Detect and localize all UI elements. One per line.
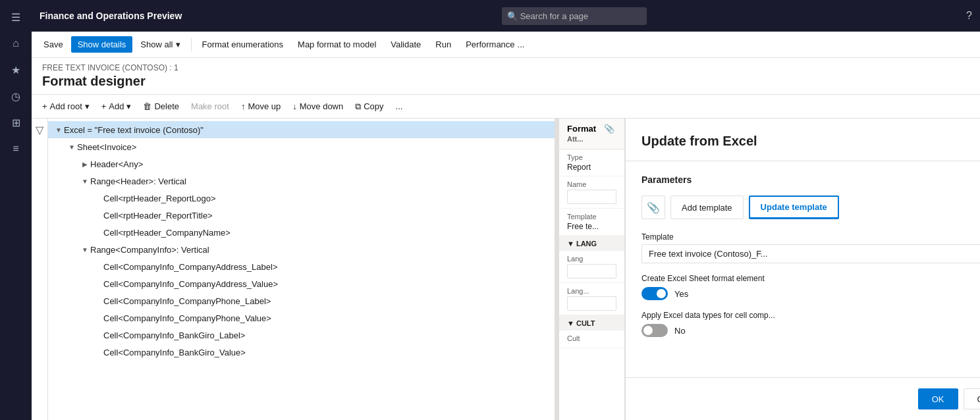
more-button[interactable]: ... xyxy=(391,99,408,114)
make-root-button[interactable]: Make root xyxy=(186,99,234,114)
save-button[interactable]: Save xyxy=(37,36,70,53)
hamburger-menu-icon[interactable]: ☰ xyxy=(4,5,28,29)
add-button[interactable]: + Add ▾ xyxy=(96,99,137,114)
down-arrow-icon: ↓ xyxy=(292,101,297,111)
action-toolbar: + Add root ▾ + Add ▾ 🗑 Delete Make root … xyxy=(32,95,980,118)
favorites-icon[interactable]: ★ xyxy=(4,58,28,82)
lang-input-2[interactable] xyxy=(567,296,616,311)
recent-icon[interactable]: ◷ xyxy=(4,84,28,108)
tree-node-4[interactable]: ▼ Range<Header>: Vertical xyxy=(48,172,555,190)
tree-node-8[interactable]: ▼ Range<CompanyInfo>: Vertical xyxy=(48,241,555,258)
properties-panel: Format 📎 Att... Type Report Name Templat… xyxy=(559,118,625,420)
right-panel-footer: OK Cancel xyxy=(626,377,980,420)
name-input[interactable] xyxy=(567,190,616,204)
tree-node-2[interactable]: ▼ Sheet<Invoice> xyxy=(48,138,555,155)
toggle-icon-2: ▼ xyxy=(67,142,77,152)
main-wrapper: Finance and Operations Preview 🔍 ? Save … xyxy=(32,0,980,420)
ok-button[interactable]: OK xyxy=(918,388,958,409)
tree-node-6[interactable]: Cell<rptHeader_ReportTitle> xyxy=(48,207,555,224)
chevron-down-icon: ▾ xyxy=(176,39,180,49)
paperclip-icon: 📎 xyxy=(647,201,660,214)
parameters-section-title: Parameters xyxy=(641,174,980,185)
props-cult-row: Cult xyxy=(559,330,624,348)
apply-data-types-value: No xyxy=(674,326,686,336)
cult-section: ▼ CULT xyxy=(559,315,624,330)
right-panel-header: Update from Excel ∧ xyxy=(626,118,980,161)
toggle-icon-14 xyxy=(93,347,103,357)
tree-node-11[interactable]: Cell<CompanyInfo_CompanyPhone_Label> xyxy=(48,292,555,309)
toggle-icon-4: ▼ xyxy=(80,176,90,186)
tree-node-5[interactable]: Cell<rptHeader_ReportLogo> xyxy=(48,190,555,207)
props-name-row: Name xyxy=(559,176,624,209)
filter-icon[interactable]: ▽ xyxy=(36,124,43,136)
tree-node-1[interactable]: ▼ Excel = "Free text invoice (Contoso)" xyxy=(48,121,555,138)
tree-node-7[interactable]: Cell<rptHeader_CompanyName> xyxy=(48,224,555,241)
plus-icon-2: + xyxy=(101,101,107,111)
workspaces-icon[interactable]: ⊞ xyxy=(4,111,28,134)
toggle-icon-7 xyxy=(93,227,103,238)
tree-node-label-6: Cell<rptHeader_ReportTitle> xyxy=(103,211,549,221)
lang-label-2: Lang... xyxy=(567,287,616,295)
props-lang-row: Lang xyxy=(559,251,624,283)
create-sheet-field: Create Excel Sheet format element Yes xyxy=(641,274,980,300)
tree-panel: ▼ Excel = "Free text invoice (Contoso)" … xyxy=(48,118,555,420)
toolbar-divider-1 xyxy=(191,38,192,51)
home-icon[interactable]: ⌂ xyxy=(4,32,28,55)
right-panel-title: Update from Excel xyxy=(641,134,757,149)
show-all-button[interactable]: Show all ▾ xyxy=(134,36,186,53)
format-enumerations-button[interactable]: Format enumerations xyxy=(196,36,290,53)
run-button[interactable]: Run xyxy=(429,36,458,53)
top-nav: Finance and Operations Preview 🔍 ? xyxy=(32,0,980,32)
apply-data-types-toggle[interactable] xyxy=(641,324,668,337)
template-prop-value: Free te... xyxy=(567,222,616,231)
tree-node-9[interactable]: Cell<CompanyInfo_CompanyAddress_Label> xyxy=(48,258,555,275)
template-field: Template Free text invoice (Contoso)_F..… xyxy=(641,232,980,263)
tree-node-label-2: Sheet<Invoice> xyxy=(77,142,549,152)
attach-icon-prop: 📎 xyxy=(604,124,614,134)
tree-node-13[interactable]: Cell<CompanyInfo_BankGiro_Label> xyxy=(48,327,555,344)
type-value: Report xyxy=(567,163,616,172)
tree-node-label-9: Cell<CompanyInfo_CompanyAddress_Label> xyxy=(103,262,549,272)
cult-label: Cult xyxy=(567,334,616,342)
tree-node-10[interactable]: Cell<CompanyInfo_CompanyAddress_Value> xyxy=(48,275,555,292)
app-rail: ☰ ⌂ ★ ◷ ⊞ ≡ xyxy=(0,0,32,420)
apply-data-types-label: Apply Excel data types for cell comp... xyxy=(641,311,980,320)
show-details-button[interactable]: Show details xyxy=(71,36,133,53)
modules-icon[interactable]: ≡ xyxy=(4,137,28,161)
validate-button[interactable]: Validate xyxy=(384,36,427,53)
tree-node-label-7: Cell<rptHeader_CompanyName> xyxy=(103,228,549,238)
help-icon[interactable]: ? xyxy=(966,10,972,22)
filter-area: ▽ xyxy=(32,118,48,420)
copy-button[interactable]: ⧉ Copy xyxy=(350,99,389,115)
move-up-button[interactable]: ↑ Move up xyxy=(236,99,286,114)
add-root-button[interactable]: + Add root ▾ xyxy=(37,99,95,114)
app-title: Finance and Operations Preview xyxy=(40,11,182,21)
breadcrumb: FREE TEXT INVOICE (CONTOSO) : 1 xyxy=(42,63,969,72)
toggle-icon-5 xyxy=(93,193,103,203)
tree-node-label-1: Excel = "Free text invoice (Contoso)" xyxy=(64,125,549,135)
type-label: Type xyxy=(567,153,616,161)
lang-input[interactable] xyxy=(567,264,616,278)
up-arrow-icon: ↑ xyxy=(241,101,246,111)
tree-node-12[interactable]: Cell<CompanyInfo_CompanyPhone_Value> xyxy=(48,309,555,327)
ellipsis-icon: ... xyxy=(518,39,525,49)
attach-button[interactable]: 📎 xyxy=(641,196,665,219)
map-format-to-model-button[interactable]: Map format to model xyxy=(291,36,383,53)
template-buttons-row: 📎 Add template Update template xyxy=(641,196,980,219)
search-input[interactable] xyxy=(502,7,647,25)
create-sheet-value: Yes xyxy=(674,289,688,299)
toggle-icon-10 xyxy=(93,278,103,289)
delete-button[interactable]: 🗑 Delete xyxy=(138,99,184,114)
update-template-button[interactable]: Update template xyxy=(749,196,839,219)
move-down-button[interactable]: ↓ Move down xyxy=(287,99,348,114)
create-sheet-toggle[interactable] xyxy=(641,287,668,300)
tree-node-14[interactable]: Cell<CompanyInfo_BankGiro_Value> xyxy=(48,344,555,361)
performance-button[interactable]: Performance ... xyxy=(459,36,531,53)
att-label: Att... xyxy=(567,135,583,143)
template-select[interactable]: Free text invoice (Contoso)_F... xyxy=(641,244,980,263)
tree-node-3[interactable]: ▶ Header<Any> xyxy=(48,155,555,172)
add-template-button[interactable]: Add template xyxy=(670,196,744,219)
toggle-icon-6 xyxy=(93,210,103,221)
tree-node-label-4: Range<Header>: Vertical xyxy=(90,176,549,186)
cancel-button[interactable]: Cancel xyxy=(964,388,980,409)
